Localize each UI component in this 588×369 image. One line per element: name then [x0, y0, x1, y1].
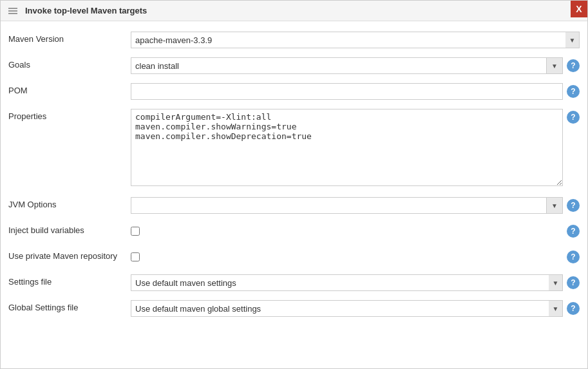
pom-control: ?: [131, 83, 580, 100]
private-repo-checkbox-wrap: [131, 249, 140, 265]
maven-version-select-wrapper: apache-maven-3.3.9 ▼: [131, 32, 580, 48]
settings-file-select-wrapper: Use default maven settings ▼: [131, 274, 563, 291]
properties-textarea-wrap: compilerArgument=-Xlint:all maven.compil…: [131, 109, 563, 188]
inject-build-checkbox-wrap: [131, 223, 140, 240]
maven-version-label: Maven Version: [8, 32, 131, 44]
goals-label: Goals: [8, 57, 131, 70]
properties-help-button[interactable]: ?: [567, 111, 580, 124]
goals-input[interactable]: [131, 57, 546, 74]
inject-build-help-button[interactable]: ?: [567, 225, 580, 238]
global-settings-control: Use default maven global settings ▼ ?: [131, 300, 580, 317]
jvm-options-input[interactable]: [131, 197, 546, 214]
goals-dropdown-button[interactable]: ▼: [546, 57, 563, 74]
jvm-options-help-button[interactable]: ?: [567, 199, 580, 212]
private-repo-checkbox[interactable]: [131, 252, 140, 261]
jvm-options-control: ▼ ?: [131, 197, 580, 214]
global-settings-select-wrapper: Use default maven global settings ▼: [131, 300, 563, 317]
settings-file-help-button[interactable]: ?: [567, 276, 580, 289]
invoke-maven-dialog: Invoke top-level Maven targets X Maven V…: [0, 0, 588, 369]
pom-label: POM: [8, 83, 131, 95]
maven-version-content: apache-maven-3.3.9 ▼: [131, 32, 580, 48]
private-repo-row: Use private Maven repository ?: [8, 249, 580, 265]
inject-build-control: ?: [131, 223, 580, 240]
global-settings-help-button[interactable]: ?: [567, 302, 580, 315]
private-repo-label: Use private Maven repository: [8, 249, 131, 261]
goals-row: Goals ▼ ?: [8, 57, 580, 74]
goals-control: ▼ ?: [131, 57, 580, 74]
settings-file-control: Use default maven settings ▼ ?: [131, 274, 580, 291]
jvm-options-label: JVM Options: [8, 197, 131, 209]
maven-version-row: Maven Version apache-maven-3.3.9 ▼: [8, 32, 580, 48]
pom-help-button[interactable]: ?: [567, 85, 580, 98]
goals-input-wrap: ▼: [131, 57, 563, 74]
private-repo-control: ?: [131, 249, 580, 265]
pom-content: [131, 83, 563, 100]
inject-build-label: Inject build variables: [8, 223, 131, 235]
dialog-title: Invoke top-level Maven targets: [25, 6, 580, 15]
pom-input[interactable]: [131, 83, 563, 100]
settings-file-content: Use default maven settings ▼: [131, 274, 563, 291]
maven-version-select[interactable]: apache-maven-3.3.9: [131, 32, 580, 48]
jvm-options-dropdown-button[interactable]: ▼: [546, 197, 563, 214]
global-settings-label: Global Settings file: [8, 300, 131, 312]
settings-file-label: Settings file: [8, 274, 131, 287]
private-repo-help-button[interactable]: ?: [567, 251, 580, 263]
close-button[interactable]: X: [571, 1, 587, 17]
global-settings-select[interactable]: Use default maven global settings: [131, 300, 563, 317]
inject-build-row: Inject build variables ?: [8, 223, 580, 240]
form-body: Maven Version apache-maven-3.3.9 ▼ Goals: [1, 21, 587, 336]
jvm-options-input-wrap: ▼: [131, 197, 563, 214]
private-repo-content: [131, 249, 563, 265]
properties-textarea[interactable]: compilerArgument=-Xlint:all maven.compil…: [131, 109, 563, 186]
properties-label: Properties: [8, 109, 131, 121]
drag-handle-icon: [8, 8, 17, 14]
goals-help-button[interactable]: ?: [567, 59, 580, 72]
inject-build-checkbox[interactable]: [131, 227, 140, 236]
settings-file-select[interactable]: Use default maven settings: [131, 274, 563, 291]
global-settings-content: Use default maven global settings ▼: [131, 300, 563, 317]
dialog-header: Invoke top-level Maven targets X: [1, 1, 587, 21]
pom-row: POM ?: [8, 83, 580, 100]
properties-row: Properties compilerArgument=-Xlint:all m…: [8, 109, 580, 188]
settings-file-row: Settings file Use default maven settings…: [8, 274, 580, 291]
maven-version-control: apache-maven-3.3.9 ▼: [131, 32, 580, 48]
properties-control: compilerArgument=-Xlint:all maven.compil…: [131, 109, 580, 188]
inject-build-content: [131, 223, 563, 240]
properties-content: compilerArgument=-Xlint:all maven.compil…: [131, 109, 563, 188]
global-settings-row: Global Settings file Use default maven g…: [8, 300, 580, 317]
jvm-options-row: JVM Options ▼ ?: [8, 197, 580, 214]
